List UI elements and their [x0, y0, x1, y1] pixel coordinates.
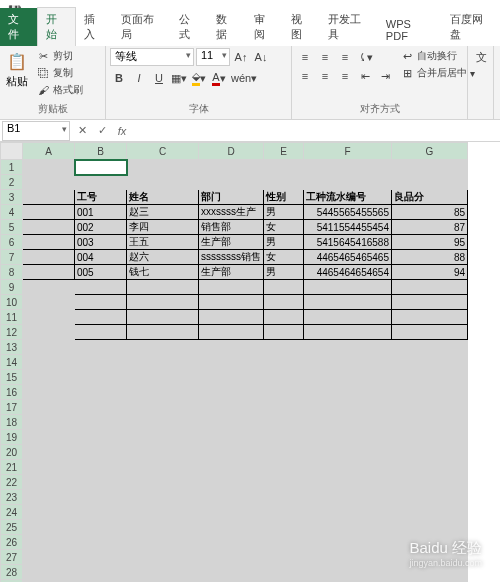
- cell[interactable]: [23, 265, 75, 280]
- cell[interactable]: 赵三: [127, 205, 199, 220]
- cell[interactable]: xxxssss生产: [199, 205, 264, 220]
- cell[interactable]: [264, 160, 304, 175]
- cell[interactable]: [264, 535, 304, 550]
- cell[interactable]: [304, 415, 392, 430]
- number-group-partial[interactable]: 文: [472, 48, 490, 66]
- row-header[interactable]: 11: [1, 310, 23, 325]
- align-left-icon[interactable]: ≡: [296, 67, 314, 85]
- tab-data[interactable]: 数据: [208, 8, 245, 46]
- cell[interactable]: [75, 280, 127, 295]
- tab-layout[interactable]: 页面布局: [113, 8, 171, 46]
- increase-font-icon[interactable]: A↑: [232, 48, 250, 66]
- cell[interactable]: [127, 520, 199, 535]
- cell[interactable]: [304, 505, 392, 520]
- cell[interactable]: 女: [264, 250, 304, 265]
- cell[interactable]: [264, 280, 304, 295]
- cell[interactable]: [264, 505, 304, 520]
- row-header[interactable]: 7: [1, 250, 23, 265]
- row-header[interactable]: 26: [1, 535, 23, 550]
- cell[interactable]: [23, 235, 75, 250]
- cell[interactable]: [127, 565, 199, 580]
- cell[interactable]: [75, 295, 127, 310]
- cell[interactable]: 男: [264, 265, 304, 280]
- row-header[interactable]: 28: [1, 565, 23, 580]
- align-right-icon[interactable]: ≡: [336, 67, 354, 85]
- cell[interactable]: [199, 505, 264, 520]
- cell[interactable]: [23, 505, 75, 520]
- cell[interactable]: [392, 505, 468, 520]
- col-header[interactable]: E: [264, 143, 304, 160]
- cell[interactable]: [23, 355, 75, 370]
- cell[interactable]: [304, 340, 392, 355]
- cell[interactable]: 性别: [264, 190, 304, 205]
- cell[interactable]: [127, 400, 199, 415]
- paste-button[interactable]: 📋 粘贴: [4, 48, 30, 91]
- cell[interactable]: [392, 430, 468, 445]
- tab-view[interactable]: 视图: [283, 8, 320, 46]
- cell[interactable]: [23, 205, 75, 220]
- cell[interactable]: 良品分: [392, 190, 468, 205]
- cell[interactable]: [199, 280, 264, 295]
- cut-button[interactable]: ✂剪切: [34, 48, 85, 64]
- row-header[interactable]: 10: [1, 295, 23, 310]
- col-header[interactable]: B: [75, 143, 127, 160]
- cell[interactable]: [392, 175, 468, 190]
- cell[interactable]: [75, 565, 127, 580]
- cell[interactable]: [127, 415, 199, 430]
- cell[interactable]: 赵六: [127, 250, 199, 265]
- enter-icon[interactable]: ✓: [92, 124, 112, 137]
- tab-insert[interactable]: 插入: [76, 8, 113, 46]
- row-header[interactable]: 9: [1, 280, 23, 295]
- cell[interactable]: [75, 175, 127, 190]
- cell[interactable]: [127, 430, 199, 445]
- tab-review[interactable]: 审阅: [246, 8, 283, 46]
- cell[interactable]: [127, 160, 199, 175]
- cell[interactable]: 生产部: [199, 265, 264, 280]
- row-header[interactable]: 2: [1, 175, 23, 190]
- cell[interactable]: [304, 400, 392, 415]
- cell[interactable]: 男: [264, 205, 304, 220]
- cell[interactable]: [127, 385, 199, 400]
- align-center-icon[interactable]: ≡: [316, 67, 334, 85]
- tab-home[interactable]: 开始: [37, 7, 76, 46]
- tab-dev[interactable]: 开发工具: [320, 8, 378, 46]
- cell[interactable]: [75, 355, 127, 370]
- cell[interactable]: [304, 445, 392, 460]
- cell[interactable]: [23, 190, 75, 205]
- cell[interactable]: [199, 400, 264, 415]
- row-header[interactable]: 18: [1, 415, 23, 430]
- row-header[interactable]: 20: [1, 445, 23, 460]
- cell[interactable]: [304, 475, 392, 490]
- cell[interactable]: 生产部: [199, 235, 264, 250]
- cell[interactable]: [392, 460, 468, 475]
- cell[interactable]: [127, 280, 199, 295]
- cell[interactable]: [75, 475, 127, 490]
- font-size-select[interactable]: 11: [196, 48, 230, 66]
- fx-icon[interactable]: fx: [112, 125, 132, 137]
- cell[interactable]: [264, 430, 304, 445]
- cell[interactable]: [392, 340, 468, 355]
- indent-inc-icon[interactable]: ⇥: [376, 67, 394, 85]
- cell[interactable]: [23, 475, 75, 490]
- cell[interactable]: [199, 160, 264, 175]
- row-header[interactable]: 19: [1, 430, 23, 445]
- cell[interactable]: [264, 400, 304, 415]
- cell[interactable]: [264, 340, 304, 355]
- cell[interactable]: [23, 415, 75, 430]
- cell[interactable]: [304, 175, 392, 190]
- cell[interactable]: [75, 385, 127, 400]
- col-header[interactable]: F: [304, 143, 392, 160]
- cell[interactable]: [199, 370, 264, 385]
- formula-input[interactable]: [132, 121, 500, 141]
- format-painter-button[interactable]: 🖌格式刷: [34, 82, 85, 98]
- cell[interactable]: [23, 250, 75, 265]
- cell[interactable]: 李四: [127, 220, 199, 235]
- cell[interactable]: [23, 385, 75, 400]
- bold-button[interactable]: B: [110, 69, 128, 87]
- cell[interactable]: [264, 445, 304, 460]
- cell[interactable]: [23, 535, 75, 550]
- cell[interactable]: [23, 565, 75, 580]
- cell[interactable]: [199, 385, 264, 400]
- cell[interactable]: [127, 535, 199, 550]
- cell[interactable]: 002: [75, 220, 127, 235]
